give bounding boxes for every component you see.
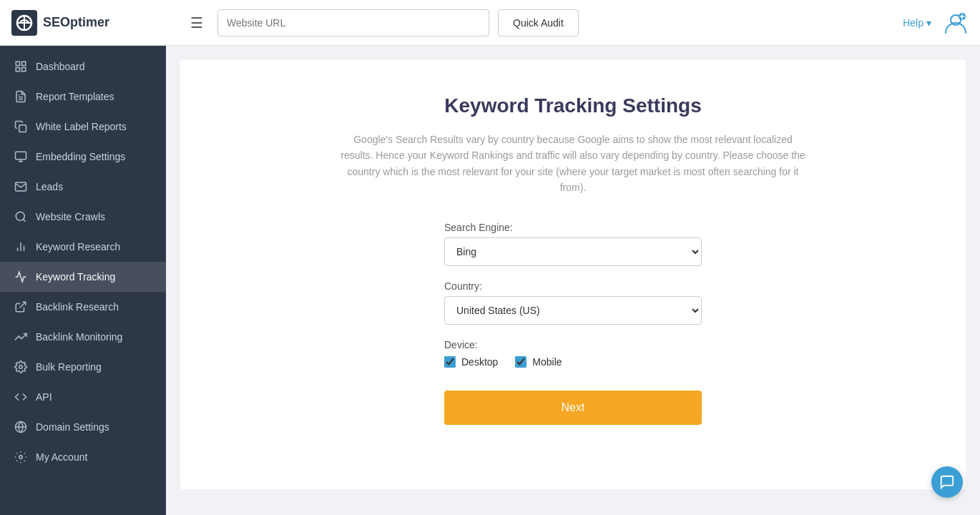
file-text-icon [14, 90, 27, 103]
sidebar-item-keyword-tracking[interactable]: Keyword Tracking [0, 262, 166, 292]
sidebar-item-label: Embedding Settings [36, 151, 125, 162]
svg-line-17 [23, 219, 25, 221]
search-icon [14, 210, 27, 223]
svg-line-21 [20, 302, 26, 308]
device-label: Device: [444, 339, 702, 350]
sidebar-item-label: API [36, 391, 52, 403]
grid-icon [14, 60, 27, 73]
svg-rect-8 [16, 68, 19, 72]
sidebar-item-keyword-research[interactable]: Keyword Research [0, 232, 166, 262]
activity-icon [14, 270, 27, 283]
next-button[interactable]: Next [444, 391, 702, 425]
sidebar-item-label: Backlink Monitoring [36, 331, 122, 343]
sidebar-item-label: Website Crawls [36, 211, 105, 222]
desktop-checkbox[interactable] [444, 356, 456, 368]
country-label: Country: [444, 280, 702, 292]
sidebar-item-domain-settings[interactable]: Domain Settings [0, 412, 166, 442]
sidebar-item-backlink-monitoring[interactable]: Backlink Monitoring [0, 322, 166, 352]
logo-area: SEOptimer [11, 10, 176, 36]
svg-point-25 [19, 456, 23, 459]
monitor-icon [14, 150, 27, 163]
sidebar-item-label: My Account [36, 451, 87, 463]
logo-icon [11, 10, 37, 36]
gear-icon [14, 451, 27, 464]
sidebar-item-dashboard[interactable]: Dashboard [0, 52, 166, 82]
svg-rect-6 [16, 62, 19, 65]
user-icon-button[interactable] [943, 10, 969, 36]
sidebar: Dashboard Report Templates White Label R… [0, 46, 166, 515]
device-options: Desktop Mobile [444, 356, 702, 368]
header: SEOptimer ☰ Quick Audit Help ▾ [0, 0, 980, 46]
sidebar-item-report-templates[interactable]: Report Templates [0, 82, 166, 112]
settings-icon [14, 360, 27, 373]
sidebar-item-label: Domain Settings [36, 421, 109, 433]
page-description: Google's Search Results vary by country … [340, 132, 805, 196]
sidebar-item-label: Dashboard [36, 61, 85, 72]
hamburger-button[interactable]: ☰ [185, 11, 209, 34]
globe-icon [14, 421, 27, 433]
mail-icon [14, 180, 27, 193]
header-right: Help ▾ [903, 10, 969, 36]
page-title: Keyword Tracking Settings [209, 94, 937, 117]
mobile-label: Mobile [532, 356, 562, 368]
mobile-option[interactable]: Mobile [515, 356, 562, 368]
main-content: Keyword Tracking Settings Google's Searc… [166, 46, 980, 515]
mobile-checkbox[interactable] [515, 356, 526, 368]
svg-rect-9 [22, 68, 26, 72]
desktop-option[interactable]: Desktop [444, 356, 498, 368]
sidebar-item-label: Bulk Reporting [36, 361, 102, 373]
sidebar-item-label: Keyword Tracking [36, 271, 115, 283]
svg-rect-12 [19, 125, 26, 132]
search-engine-group: Search Engine: Google Bing Yahoo [444, 222, 702, 266]
search-engine-select[interactable]: Google Bing Yahoo [444, 237, 702, 266]
search-engine-label: Search Engine: [444, 222, 702, 233]
code-icon [14, 391, 27, 403]
sidebar-item-label: Keyword Research [36, 241, 120, 252]
svg-point-16 [16, 212, 24, 220]
sidebar-item-embedding[interactable]: Embedding Settings [0, 142, 166, 172]
svg-rect-7 [22, 62, 26, 65]
sidebar-item-label: Backlink Research [36, 301, 119, 313]
sidebar-item-label: White Label Reports [36, 121, 127, 132]
country-select[interactable]: United States (US) United Kingdom (GB) A… [444, 296, 702, 325]
form-section: Search Engine: Google Bing Yahoo Country… [444, 222, 702, 425]
sidebar-item-my-account[interactable]: My Account [0, 442, 166, 472]
device-group: Device: Desktop Mobile [444, 339, 702, 368]
sidebar-item-backlink-research[interactable]: Backlink Research [0, 292, 166, 322]
help-button[interactable]: Help ▾ [903, 17, 931, 29]
sidebar-item-bulk-reporting[interactable]: Bulk Reporting [0, 352, 166, 382]
svg-rect-13 [16, 152, 26, 160]
logo-text: SEOptimer [43, 15, 109, 30]
content-card: Keyword Tracking Settings Google's Searc… [180, 60, 966, 489]
website-url-input[interactable] [217, 9, 489, 36]
desktop-label: Desktop [461, 356, 498, 368]
sidebar-item-label: Leads [36, 181, 63, 192]
external-link-icon [14, 300, 27, 313]
sidebar-item-label: Report Templates [36, 91, 114, 102]
sidebar-item-white-label[interactable]: White Label Reports [0, 112, 166, 142]
country-group: Country: United States (US) United Kingd… [444, 280, 702, 325]
layout: Dashboard Report Templates White Label R… [0, 46, 980, 515]
quick-audit-button[interactable]: Quick Audit [498, 9, 579, 36]
bar-chart-icon [14, 240, 27, 253]
chat-bubble-button[interactable] [931, 466, 963, 498]
sidebar-item-leads[interactable]: Leads [0, 172, 166, 202]
chat-icon [939, 474, 955, 490]
sidebar-item-api[interactable]: API [0, 382, 166, 412]
trending-up-icon [14, 330, 27, 343]
copy-icon [14, 120, 27, 133]
sidebar-item-website-crawls[interactable]: Website Crawls [0, 202, 166, 232]
svg-point-22 [19, 366, 23, 369]
